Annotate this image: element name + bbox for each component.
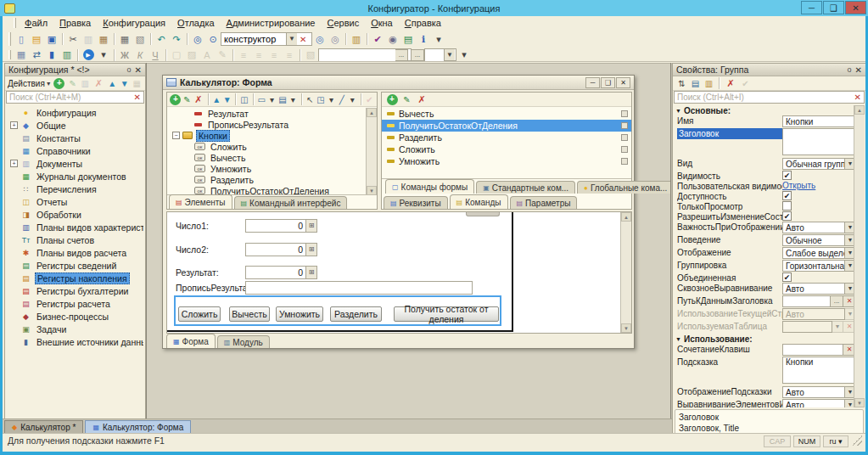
font-name-combo[interactable]: ... (318, 48, 412, 61)
add-icon[interactable]: + (384, 93, 400, 106)
font-size-combo[interactable]: ▼ (424, 48, 456, 61)
find-icon[interactable]: ◎ (190, 32, 205, 46)
copy-icon[interactable]: ▥ (81, 32, 96, 46)
grid-icon[interactable]: ▦ (14, 48, 29, 62)
property-row[interactable]: ТолькоПросмотр (674, 201, 856, 211)
database-icon[interactable]: ▮ (44, 48, 59, 62)
command-checkbox[interactable] (621, 146, 628, 153)
property-value[interactable] (782, 201, 856, 211)
minimize-button[interactable]: ─ (801, 1, 822, 14)
tree-item[interactable]: ТтПланы счетов (7, 233, 143, 246)
ellipsis-button[interactable]: ... (412, 49, 424, 61)
calculator-button-icon[interactable]: ⊞ (305, 244, 316, 256)
properties-close-icon[interactable]: ✕ (855, 65, 862, 75)
tab-collection-1[interactable]: ▤Реквизиты (384, 196, 448, 209)
resize-grip[interactable] (852, 435, 862, 446)
form-element-item[interactable]: окСложить (167, 141, 377, 152)
close-button[interactable]: ✕ (845, 1, 866, 14)
tree-item[interactable]: ▦Журналы документов (7, 170, 143, 183)
mdi-minimize-button[interactable]: ─ (585, 77, 600, 88)
property-row[interactable]: РазрешитьИзменениеСостава✔ (674, 211, 856, 222)
property-row[interactable]: ПодсказкаКнопки (674, 357, 856, 386)
property-value[interactable]: ▼✕ (782, 321, 856, 333)
table-icon[interactable]: ▥ (59, 48, 75, 62)
tree-item[interactable]: ▤Регистры бухгалтерии (7, 284, 143, 297)
ellipsis-button[interactable]: ... (831, 295, 843, 307)
bold-icon[interactable]: Ж (117, 48, 132, 62)
check-icon[interactable]: ✔ (365, 93, 374, 106)
category-icon[interactable]: ▤ (689, 76, 702, 90)
delete-icon[interactable]: ✗ (414, 93, 429, 106)
property-value[interactable]: Авто▼ (782, 222, 856, 233)
actions-menu-button[interactable]: Действия (8, 79, 45, 88)
preview-scrollbar[interactable]: ▲▼ (620, 212, 631, 333)
property-value[interactable] (782, 128, 856, 155)
dd-icon[interactable]: ▾ (288, 93, 298, 106)
menu-item-8[interactable]: Справка (399, 17, 447, 29)
actions-dropdown-icon[interactable]: ▼ (46, 81, 52, 87)
command-item[interactable]: ПолучитьОстатокОтДеления (382, 120, 631, 132)
align-justify-icon[interactable]: ≡ (282, 48, 297, 62)
property-row[interactable]: СочетаниеКлавиш✕ (674, 344, 856, 357)
delete-icon[interactable]: ✗ (723, 76, 738, 90)
form-right-boundary[interactable] (512, 212, 513, 331)
tree-item[interactable]: ✱Планы видов расчета (7, 246, 143, 259)
align-left-icon[interactable]: ≡ (236, 48, 251, 62)
property-row[interactable]: СквозноеВыравниваниеАвто▼ (674, 283, 856, 295)
tree-item[interactable]: ▮Внешние источники данных (7, 335, 143, 348)
help-pages-icon[interactable]: ▤ (400, 32, 416, 46)
form-element-item[interactable]: окВычесть (167, 152, 377, 163)
command-checkbox[interactable] (621, 122, 628, 129)
property-value[interactable]: Кнопки (782, 357, 856, 384)
tab-command-source-1[interactable]: ▢Команды формы (385, 179, 474, 194)
italic-icon[interactable]: К (132, 48, 148, 62)
tree-item[interactable]: ●Конфигурация (7, 106, 143, 119)
property-input[interactable]: Авто (782, 399, 845, 407)
find-clear-icon[interactable]: ✕ (297, 35, 309, 44)
property-row[interactable]: ВыравниваниеЭлементовИЗагАвто▼ (674, 399, 856, 407)
list-menu-icon[interactable]: ▤ (277, 93, 287, 106)
preview-button[interactable]: Сложить (178, 306, 221, 322)
property-value[interactable]: Авто▼ (782, 399, 856, 407)
tree-item[interactable]: ◨Обработки (7, 208, 143, 221)
tree-item[interactable]: ▤Регистры сведений (7, 259, 143, 272)
ellipsis-button[interactable]: ... (395, 49, 408, 61)
property-checkbox[interactable]: ✔ (782, 191, 792, 200)
run-icon[interactable]: ▶ (81, 48, 96, 62)
form-element-item[interactable]: Результат (167, 108, 377, 119)
menu-item-5[interactable]: Администрирование (221, 17, 322, 29)
tree-item[interactable]: +◆Общие (7, 119, 143, 132)
copy-icon[interactable]: ▥ (80, 76, 92, 90)
property-value[interactable]: Открыть (782, 181, 856, 190)
properties-pin-icon[interactable]: о (848, 65, 852, 74)
property-input[interactable]: Авто (782, 308, 845, 320)
form-bottom-boundary[interactable] (167, 330, 513, 332)
templates-icon[interactable]: ▥ (349, 32, 364, 46)
property-input[interactable]: Обычное (782, 234, 845, 246)
find-next-icon[interactable]: ◎ (312, 32, 328, 46)
property-row[interactable]: Заголовок (674, 128, 856, 158)
apply-icon[interactable]: ✔ (739, 76, 752, 90)
tab-command-source-3[interactable]: ●Глобальные кома... (577, 181, 674, 194)
property-value[interactable]: ✔ (782, 211, 856, 221)
command-item[interactable]: Вычесть (382, 108, 631, 120)
border-icon[interactable]: ▢ (169, 48, 184, 62)
property-value[interactable]: Авто▼ (782, 283, 856, 295)
property-input[interactable]: Слабое выделение (782, 247, 845, 259)
settings-icon[interactable]: ▥ (703, 76, 715, 90)
property-input[interactable]: Горизонтальная всегда (782, 260, 845, 272)
property-value[interactable]: ...✕ (782, 295, 856, 307)
property-value[interactable]: Обычное▼ (782, 234, 856, 246)
calculator-button-icon[interactable]: ⊞ (305, 220, 316, 232)
property-section-header[interactable]: ▼Использование: (674, 334, 856, 344)
maximize-button[interactable]: ❑ (823, 1, 844, 14)
delete-icon[interactable]: ✗ (92, 76, 105, 90)
property-value[interactable]: Авто▼ (782, 308, 856, 320)
up-icon[interactable]: ▲ (106, 76, 118, 90)
picture-icon[interactable]: ▧ (303, 48, 318, 62)
overflow-icon[interactable]: ▾ (96, 48, 111, 62)
property-input[interactable] (782, 321, 832, 333)
tab-form-module-1[interactable]: ▦Форма (166, 334, 216, 348)
sort-icon[interactable]: ⇅ (675, 76, 688, 90)
property-row[interactable]: ГруппировкаГоризонтальная всегда▼ (674, 260, 856, 272)
